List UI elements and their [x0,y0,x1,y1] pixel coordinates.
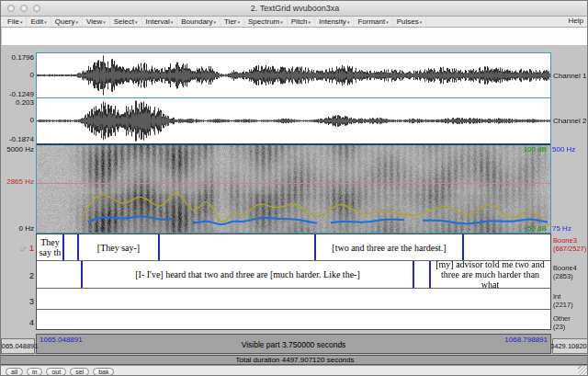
ch2-zero-label: 0 [2,116,34,124]
tier-row-1: They say th[They say-][two and three are… [37,234,550,261]
ch2-min-label: -0.1874 [2,135,34,143]
interval[interactable]: [I- I've] heard that two and three are [… [84,261,412,288]
chevron-down-icon: ▾ [76,19,79,25]
tier-row-3 [37,289,550,310]
pitch-top-label: 500 Hz [552,145,575,154]
interval[interactable] [161,234,313,260]
ch1-min-label: -0.1249 [2,90,34,98]
waveform-channel-1[interactable] [37,53,550,97]
tier-label-int[interactable]: Int(2217) [553,292,588,309]
channel2-label: Channel 2 [553,117,586,125]
spec-freq-bottom-label: 0 Hz [2,224,34,233]
resize-grip-icon[interactable] [578,366,588,376]
chevron-down-icon: ▾ [420,19,423,25]
title-bar[interactable]: 2. TextGrid wvuboon3xa [1,1,588,17]
tier-row-4 [37,310,550,329]
interval-boundary[interactable] [429,261,431,288]
tier-row-2: [I- I've] heard that two and three are [… [37,261,550,289]
tier-number-1[interactable]: ☞ 1 [3,244,34,253]
zoom-bak-button[interactable]: bak [93,368,114,376]
interval-text: They say th [39,237,62,257]
menu-item-select[interactable]: Select▾ [110,17,142,27]
tier-number-gutter: ☞ 1234 [3,234,34,333]
tier-number-4[interactable]: 4 [3,318,34,327]
interval[interactable] [465,234,548,260]
tier-label-other[interactable]: Other(23) [553,314,588,331]
visible-part-label: Visible part 3.750000 seconds [37,340,550,349]
menu-item-tier[interactable]: Tier▾ [220,17,244,27]
interval-boundary[interactable] [413,261,414,288]
interval-boundary[interactable] [314,234,316,260]
interval-boundary[interactable] [158,234,160,260]
waveform-channel-2[interactable] [37,98,550,143]
menu-item-spectrum[interactable]: Spectrum▾ [244,17,288,27]
bottom-controls: allinoutselbak ◂ ▸ ✓ Group [1,365,588,376]
interval[interactable] [39,310,548,329]
interval[interactable]: [my] advisor told me two and three are m… [432,261,548,288]
interval-boundary[interactable] [462,234,464,260]
chevron-down-icon: ▾ [386,19,389,25]
time-after-box[interactable]: 3429.108200 [552,338,588,354]
time-before-box[interactable]: 1065.048891 [1,338,35,354]
menu-item-boundary[interactable]: Boundary▾ [177,17,220,27]
menu-item-pulses[interactable]: Pulses▾ [393,17,427,27]
ch2-max-label: 0.203 [2,98,34,107]
interval[interactable]: They say th [39,234,62,260]
spec-freq-top-label: 5000 Hz [2,145,34,154]
chevron-down-icon: ▾ [309,19,311,25]
menu-item-view[interactable]: View▾ [83,17,110,27]
interval[interactable]: [They say-] [80,234,157,260]
tier-number-2[interactable]: 2 [3,271,34,280]
spec-freq-cursor-label[interactable]: 2865 Hz [2,177,34,186]
chevron-down-icon: ▾ [20,19,23,25]
tier-label-boone3[interactable]: Boone3(687/2527) [553,236,588,253]
zoom-sel-button[interactable]: sel [70,368,89,376]
menu-item-help[interactable]: Help [563,17,588,27]
textgrid-editor-window: 2. TextGrid wvuboon3xa File▾Edit▾Query▾V… [0,0,588,376]
menu-item-interval[interactable]: Interval▾ [142,17,178,27]
selection-info-strip [2,28,588,45]
menu-item-intensity[interactable]: Intensity▾ [315,17,354,27]
menu-item-query[interactable]: Query▾ [51,17,83,27]
menu-item-pitch[interactable]: Pitch▾ [288,17,315,27]
zoom-all-button[interactable]: all [6,368,23,376]
menu-item-edit[interactable]: Edit▾ [27,17,51,27]
interval[interactable] [39,289,548,309]
chevron-down-icon: ▾ [103,19,106,25]
interval-boundary[interactable] [81,261,83,288]
interval-text: [They say-] [97,243,140,253]
interval[interactable] [65,234,76,260]
visible-end-time: 1068.798891 [504,336,548,344]
zoom-in-button[interactable]: in [27,368,42,376]
tier-number-3[interactable]: 3 [3,297,34,306]
interval[interactable] [415,261,428,288]
chevron-down-icon: ▾ [238,19,241,25]
plot-area [36,52,551,234]
visible-part-bar[interactable]: 1065.048891 Visible part 3.750000 second… [36,334,551,354]
chevron-down-icon: ▾ [44,19,47,25]
chevron-down-icon: ▾ [171,19,174,25]
interval-boundary[interactable] [77,234,79,260]
total-duration-bar[interactable]: Total duration 4497.907120 seconds [1,355,588,365]
chevron-down-icon: ▾ [135,19,138,25]
zoom-out-button[interactable]: out [46,368,66,376]
menu-bar: File▾Edit▾Query▾View▾Select▾Interval▾Bou… [1,17,588,28]
spectrogram[interactable] [37,145,550,233]
window-title: 2. TextGrid wvuboon3xa [1,4,588,13]
menu-item-formant[interactable]: Formant▾ [354,17,392,27]
tier-label-boone4[interactable]: Boone4(2853) [553,264,588,280]
chevron-down-icon: ▾ [347,19,350,25]
interval-boundary[interactable] [62,234,64,260]
interval-text: [two and three are the hardest.] [332,243,446,253]
channel1-label: Channel 1 [553,72,586,80]
interval-text: [I- I've] heard that two and three are [… [135,269,359,279]
menu-items: File▾Edit▾Query▾View▾Select▾Interval▾Bou… [1,17,426,27]
ch1-zero-label: 0 [2,71,34,79]
intensity-bottom-label: 50 dB [527,224,547,233]
interval[interactable] [39,261,80,288]
menu-item-file[interactable]: File▾ [4,17,27,27]
interval[interactable]: [two and three are the hardest.] [317,234,461,260]
intensity-top-label: 100 dB [524,145,547,154]
interval-text: [my] advisor told me two and three are m… [432,261,548,288]
tier-block: They say th[They say-][two and three are… [36,234,551,330]
